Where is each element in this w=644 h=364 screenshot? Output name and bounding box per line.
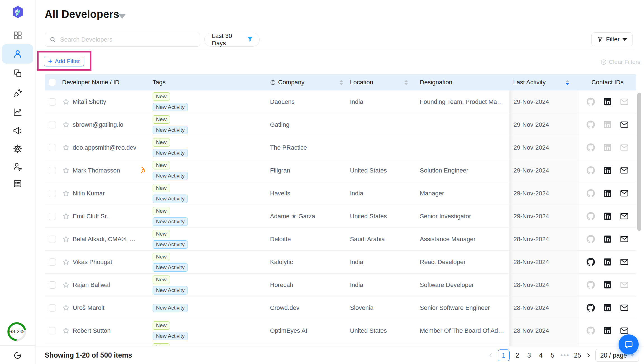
- github-icon[interactable]: [586, 166, 595, 175]
- health-score-ring[interactable]: 68.2%: [7, 322, 26, 341]
- email-icon[interactable]: [620, 235, 629, 243]
- sidebar-item-logout[interactable]: [0, 351, 35, 360]
- sidebar-item-user-sync[interactable]: [0, 162, 35, 172]
- column-header-location[interactable]: Location: [348, 74, 418, 90]
- next-page-icon[interactable]: [585, 352, 591, 358]
- star-icon[interactable]: [62, 144, 70, 152]
- row-checkbox[interactable]: [49, 213, 56, 220]
- github-icon[interactable]: [586, 258, 595, 266]
- linkedin-icon[interactable]: [603, 166, 612, 174]
- linkedin-icon[interactable]: [603, 258, 612, 266]
- linkedin-icon[interactable]: [603, 304, 612, 312]
- vertical-scrollbar[interactable]: [637, 93, 641, 231]
- email-icon[interactable]: [620, 97, 629, 106]
- star-icon[interactable]: [62, 98, 70, 106]
- sidebar-item-accounts[interactable]: [0, 69, 35, 78]
- email-icon[interactable]: [620, 303, 629, 312]
- linkedin-icon[interactable]: [603, 235, 612, 243]
- linkedin-icon[interactable]: [603, 327, 612, 335]
- github-icon[interactable]: [586, 212, 595, 221]
- search-input[interactable]: Search Developers: [45, 33, 200, 47]
- developer-name[interactable]: Mark Thomasson: [73, 167, 120, 174]
- sidebar-item-dashboard[interactable]: [0, 30, 35, 40]
- page-number-active[interactable]: 1: [498, 349, 510, 361]
- linkedin-icon[interactable]: [603, 189, 612, 197]
- row-checkbox[interactable]: [49, 98, 56, 106]
- github-icon[interactable]: [586, 303, 595, 312]
- page-number[interactable]: 3: [525, 352, 533, 359]
- app-logo-icon[interactable]: [11, 6, 24, 18]
- linkedin-icon[interactable]: [603, 143, 612, 152]
- column-header-last-activity[interactable]: Last Activity: [509, 74, 579, 90]
- star-icon[interactable]: [62, 327, 70, 335]
- developer-name[interactable]: Robert Sutton: [73, 327, 111, 334]
- developer-name[interactable]: Rajan Baliwal: [73, 281, 110, 289]
- column-header-name[interactable]: Developer Name / ID: [60, 74, 151, 90]
- star-icon[interactable]: [62, 212, 70, 220]
- star-icon[interactable]: [62, 167, 70, 174]
- clear-filters-button[interactable]: Clear Filters: [600, 59, 640, 65]
- prev-page-icon[interactable]: [488, 352, 494, 358]
- star-icon[interactable]: [62, 121, 70, 129]
- developer-name[interactable]: sbrown@gatling.io: [73, 121, 123, 128]
- developer-name[interactable]: deo.appsmith@reo.dev: [73, 144, 136, 151]
- column-header-designation[interactable]: Designation: [418, 74, 509, 90]
- sidebar-item-analytics[interactable]: [0, 107, 35, 117]
- sort-icons[interactable]: [339, 80, 343, 85]
- row-checkbox[interactable]: [49, 121, 56, 128]
- linkedin-icon[interactable]: [603, 121, 612, 129]
- developer-name[interactable]: Uroš Marolt: [73, 304, 105, 312]
- page-number[interactable]: 5: [549, 352, 557, 359]
- developer-name[interactable]: Nitin Kumar: [73, 190, 105, 197]
- github-icon[interactable]: [586, 281, 595, 289]
- email-icon[interactable]: [620, 189, 629, 198]
- row-checkbox[interactable]: [49, 304, 56, 312]
- page-number[interactable]: 25: [574, 352, 581, 359]
- row-checkbox[interactable]: [49, 144, 56, 151]
- star-icon[interactable]: [62, 304, 70, 312]
- developer-name[interactable]: Vikas Phougat: [73, 258, 112, 266]
- developer-name[interactable]: Belal Alkadi, CMA®, CertPF…: [73, 236, 139, 243]
- developer-name[interactable]: Emil Cluff Sr.: [73, 213, 108, 220]
- email-icon[interactable]: [620, 166, 629, 175]
- sort-icons-active[interactable]: [565, 80, 569, 85]
- linkedin-icon[interactable]: [603, 212, 612, 220]
- email-icon[interactable]: [620, 212, 629, 221]
- linkedin-icon[interactable]: [603, 98, 612, 106]
- star-icon[interactable]: [62, 190, 70, 197]
- row-checkbox[interactable]: [49, 236, 56, 243]
- select-all-checkbox[interactable]: [49, 79, 56, 86]
- row-checkbox[interactable]: [49, 327, 56, 334]
- github-icon[interactable]: [586, 326, 595, 335]
- row-checkbox[interactable]: [49, 258, 56, 266]
- email-icon[interactable]: [620, 326, 629, 335]
- title-dropdown-caret[interactable]: [119, 14, 126, 19]
- email-icon[interactable]: [620, 143, 629, 152]
- star-icon[interactable]: [62, 258, 70, 266]
- sidebar-item-announcements[interactable]: [0, 126, 35, 136]
- date-range-filter[interactable]: Last 30 Days: [204, 33, 260, 47]
- row-checkbox[interactable]: [49, 167, 56, 174]
- github-icon[interactable]: [586, 120, 595, 129]
- github-icon[interactable]: [586, 235, 595, 243]
- column-header-company[interactable]: Company: [268, 74, 348, 90]
- email-icon[interactable]: [620, 258, 629, 266]
- row-checkbox[interactable]: [49, 190, 56, 197]
- github-icon[interactable]: [586, 143, 595, 152]
- chat-fab-button[interactable]: [619, 334, 639, 355]
- github-icon[interactable]: [586, 189, 595, 198]
- page-number[interactable]: 2: [513, 352, 521, 359]
- star-icon[interactable]: [62, 235, 70, 243]
- github-icon[interactable]: [586, 97, 595, 106]
- email-icon[interactable]: [620, 120, 629, 129]
- email-icon[interactable]: [620, 281, 629, 289]
- filter-button[interactable]: Filter: [591, 32, 633, 46]
- developer-name[interactable]: Mitali Shetty: [73, 98, 106, 106]
- sort-icons[interactable]: [404, 80, 408, 85]
- page-number[interactable]: 4: [537, 352, 545, 359]
- sidebar-item-settings[interactable]: [0, 144, 35, 154]
- linkedin-icon[interactable]: [603, 281, 612, 289]
- sidebar-item-developers[interactable]: [0, 49, 35, 59]
- row-checkbox[interactable]: [49, 281, 56, 289]
- sidebar-item-integrations[interactable]: [0, 88, 35, 98]
